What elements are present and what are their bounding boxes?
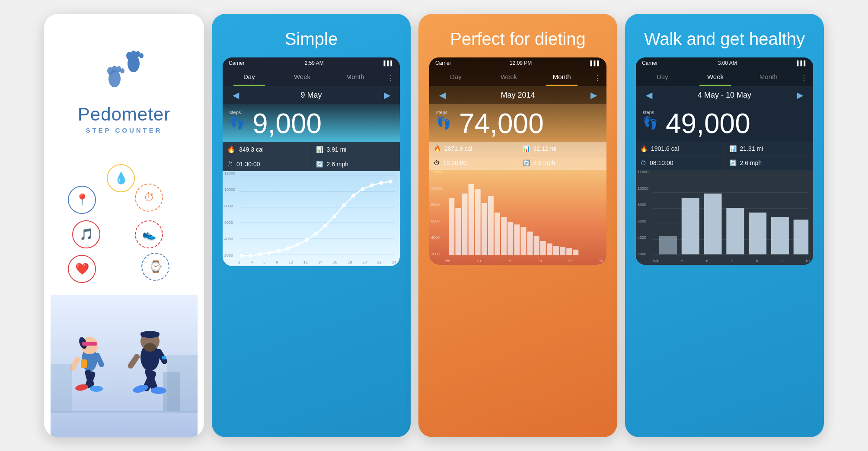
carrier-2: Carrier — [229, 60, 245, 66]
tab-menu-3[interactable]: ⋮ — [588, 69, 606, 86]
dur-cell-3: ⏱ 12:20:00 — [429, 156, 518, 170]
stats-area-4: steps 👣 49,000 — [636, 104, 813, 142]
location-icon: 📍 — [68, 186, 96, 214]
tab-month-4[interactable]: Month — [742, 69, 795, 86]
fire-icon-2: 🔥 — [227, 145, 236, 153]
footprint-logo-icon — [98, 48, 150, 100]
clock-icon-3: ⏱ — [434, 159, 440, 166]
steps-label-2: steps — [230, 110, 241, 115]
tab-month-2[interactable]: Month — [329, 69, 382, 86]
carrier-3: Carrier — [435, 60, 451, 66]
svg-rect-10 — [51, 411, 198, 413]
svg-rect-63 — [469, 184, 474, 255]
tab-day-3[interactable]: Day — [429, 69, 482, 86]
bar-icon-4: 📊 — [729, 145, 737, 152]
heart-icon: ❤️ — [68, 255, 96, 283]
dist-value-2: 3.91 mi — [327, 146, 347, 153]
svg-rect-90 — [749, 213, 766, 254]
bar-icon-3: 📊 — [523, 145, 530, 152]
svg-point-4 — [120, 68, 124, 73]
next-arrow-3[interactable]: ▶ — [587, 90, 600, 100]
svg-point-43 — [239, 254, 243, 257]
screen-healthy: Carrier 3:00 AM ▌▌▌ Day Week Month ⋮ ◀ 4… — [636, 57, 813, 265]
dur-value-3: 12:20:00 — [443, 159, 467, 166]
svg-point-58 — [380, 181, 383, 185]
svg-point-50 — [305, 238, 309, 242]
svg-rect-34 — [51, 364, 72, 411]
svg-rect-67 — [495, 213, 500, 255]
music-icon: 🎵 — [72, 220, 100, 248]
svg-rect-76 — [553, 246, 559, 255]
battery-4: ▌▌▌ — [797, 60, 807, 66]
svg-rect-72 — [527, 232, 533, 255]
time-3: 12:09 PM — [510, 60, 532, 66]
svg-rect-79 — [573, 250, 578, 255]
tab-week-2[interactable]: Week — [276, 69, 329, 86]
runners-illustration — [51, 295, 198, 437]
svg-rect-15 — [81, 359, 87, 368]
svg-rect-62 — [462, 194, 468, 255]
prev-arrow-2[interactable]: ◀ — [230, 90, 242, 100]
clock-icon-2: ⏱ — [227, 161, 233, 168]
svg-rect-88 — [704, 194, 722, 254]
svg-point-48 — [286, 247, 290, 251]
date-2: 9 May — [300, 91, 322, 100]
spd-value-4: 2.6 mph — [740, 159, 762, 166]
stats-area-3: steps 👣 74,000 — [429, 104, 606, 142]
tab-week-3[interactable]: Week — [482, 69, 536, 86]
tab-menu-2[interactable]: ⋮ — [382, 69, 400, 86]
chart-bg-2: 12000100008000600040002000 — [223, 171, 400, 266]
chart-area-2: 12000100008000600040002000 — [223, 171, 400, 266]
date-nav-2: ◀ 9 May ▶ — [223, 86, 400, 104]
date-nav-3: ◀ May 2014 ▶ — [429, 86, 606, 104]
svg-point-44 — [249, 254, 252, 257]
dur-value-2: 01:30:00 — [236, 161, 260, 168]
tab-day-4[interactable]: Day — [636, 69, 689, 86]
chart-bg-4: 12000100008000600040002000 — [636, 170, 813, 265]
steps-count-4: 49,000 — [666, 110, 750, 137]
spd-cell-3: 🔄 2.6 mph — [518, 156, 607, 170]
battery-2: ▌▌▌ — [384, 60, 394, 66]
speed-icon-3: 🔄 — [523, 159, 530, 166]
bar-chart-svg-3 — [429, 170, 606, 265]
tab-week-4[interactable]: Week — [689, 69, 742, 86]
chart-area-4: 12000100008000600040002000 — [636, 170, 813, 265]
svg-rect-31 — [127, 353, 140, 370]
next-arrow-2[interactable]: ▶ — [381, 90, 393, 100]
tab-month-3[interactable]: Month — [535, 69, 588, 86]
svg-rect-86 — [659, 236, 677, 254]
spd-cell-4: 🔄 2.6 mph — [725, 156, 814, 170]
spd-value-2: 2.6 mph — [327, 161, 349, 168]
svg-rect-60 — [449, 198, 454, 255]
card-healthy: Walk and get healthy Carrier 3:00 AM ▌▌▌… — [625, 14, 824, 437]
x-labels-4: 5/45678910 — [653, 259, 810, 263]
svg-point-59 — [389, 180, 393, 184]
dur-value-4: 08:10:00 — [650, 159, 673, 166]
steps-label-3: steps — [436, 110, 447, 115]
svg-point-47 — [277, 249, 281, 253]
x-labels-3: 9/51015202530 — [445, 259, 603, 263]
bar-chart-svg-4 — [636, 170, 813, 265]
logo-subtitle: STEP COUNTER — [86, 127, 162, 134]
svg-point-56 — [361, 187, 364, 191]
tab-bar-3: Day Week Month ⋮ — [429, 69, 606, 86]
svg-point-51 — [314, 232, 318, 236]
fire-icon-3: 🔥 — [434, 145, 441, 152]
svg-rect-78 — [566, 248, 572, 256]
card3-title: Perfect for dieting — [450, 29, 586, 49]
date-4: 4 May - 10 May — [698, 91, 751, 100]
svg-rect-77 — [560, 247, 565, 255]
svg-rect-26 — [140, 332, 160, 337]
tab-menu-4[interactable]: ⋮ — [795, 69, 813, 86]
stats-area-2: steps 👣 9,000 — [223, 104, 400, 142]
next-arrow-4[interactable]: ▶ — [794, 90, 806, 100]
prev-arrow-4[interactable]: ◀ — [643, 90, 655, 100]
dur-cell-4: ⏱ 08:10:00 — [636, 156, 724, 170]
svg-rect-69 — [507, 222, 513, 255]
prev-arrow-3[interactable]: ◀ — [436, 90, 448, 100]
tab-day-2[interactable]: Day — [223, 69, 276, 86]
dist-value-3: 32.12 mi — [533, 145, 557, 152]
status-bar-4: Carrier 3:00 AM ▌▌▌ — [636, 57, 813, 69]
svg-rect-64 — [475, 189, 481, 255]
svg-point-2 — [112, 66, 117, 73]
